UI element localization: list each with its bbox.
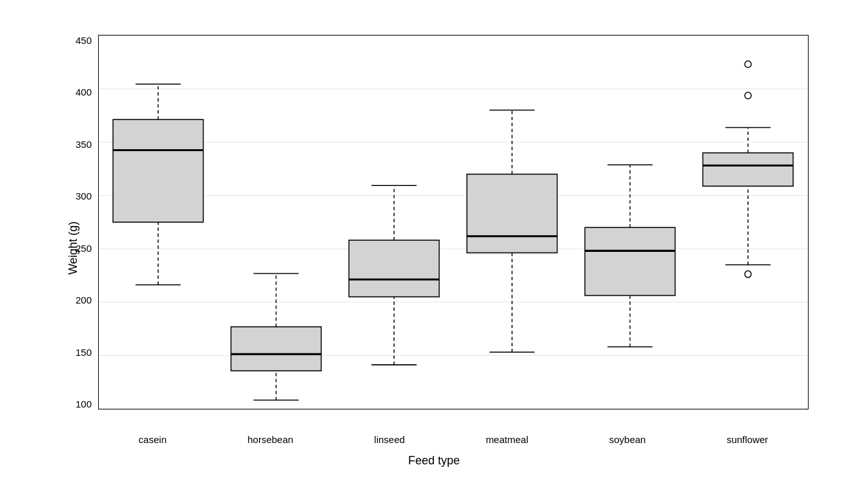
svg-point-46 bbox=[745, 61, 751, 67]
x-label-casein: casein bbox=[139, 434, 167, 445]
x-label-soybean: soybean bbox=[609, 434, 646, 445]
svg-rect-24 bbox=[349, 240, 439, 297]
boxplot-svg bbox=[99, 36, 808, 409]
x-axis-tick-labels: casein horsebean linseed meatmeal soybea… bbox=[98, 434, 809, 445]
y-tick-450: 450 bbox=[76, 35, 92, 46]
y-tick-100: 100 bbox=[76, 398, 92, 409]
x-label-sunflower: sunflower bbox=[727, 434, 768, 445]
y-axis-ticks: 450 400 350 300 250 200 150 100 bbox=[76, 35, 92, 409]
y-tick-400: 400 bbox=[76, 87, 92, 98]
svg-rect-42 bbox=[703, 153, 793, 187]
svg-rect-12 bbox=[113, 119, 203, 222]
x-axis-label: Feed type bbox=[408, 454, 460, 468]
chart-container: Weight (g) 450 400 350 300 250 200 150 1… bbox=[46, 22, 822, 474]
y-tick-150: 150 bbox=[76, 347, 92, 358]
x-label-horsebean: horsebean bbox=[247, 434, 293, 445]
y-tick-200: 200 bbox=[76, 294, 92, 305]
svg-rect-36 bbox=[585, 227, 676, 295]
y-tick-300: 300 bbox=[76, 191, 92, 202]
x-label-meatmeal: meatmeal bbox=[486, 434, 528, 445]
y-tick-350: 350 bbox=[76, 139, 92, 150]
svg-point-45 bbox=[745, 92, 751, 99]
chart-plot-area bbox=[98, 35, 809, 409]
svg-point-44 bbox=[745, 271, 751, 277]
svg-rect-30 bbox=[467, 174, 557, 253]
svg-rect-18 bbox=[231, 327, 322, 371]
x-label-linseed: linseed bbox=[374, 434, 405, 445]
y-tick-250: 250 bbox=[76, 243, 92, 254]
